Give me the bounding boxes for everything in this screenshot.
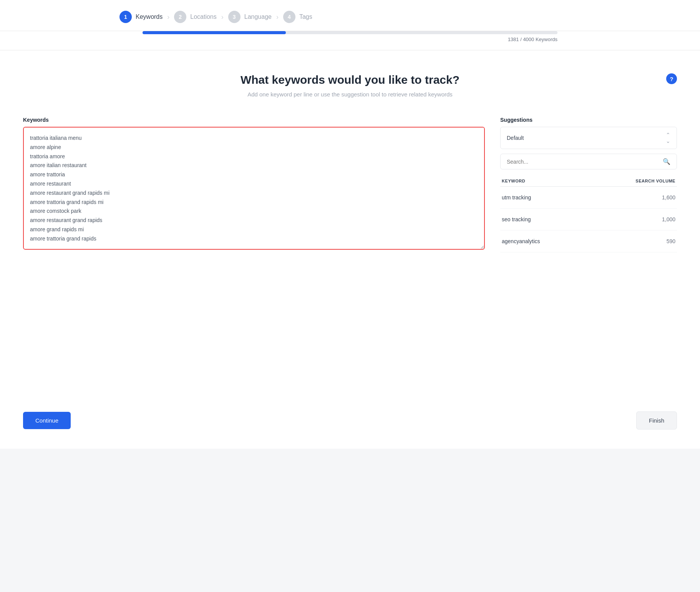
suggestion-keyword: seo tracking [500,209,587,230]
step-arrow-3: › [276,13,279,21]
main-content: ? What keywords would you like to track?… [0,50,700,396]
step-label-tags: Tags [299,13,312,20]
dropdown-value: Default [507,135,524,141]
search-input[interactable] [507,159,663,165]
step-label-keywords: Keywords [136,13,163,20]
suggestion-keyword: utm tracking [500,187,587,209]
stepper: 1 Keywords › 2 Locations › 3 Language › … [119,0,581,31]
footer-buttons: Continue Finish [0,396,700,449]
search-icon: 🔍 [663,158,670,165]
step-locations[interactable]: 2 Locations [174,11,217,23]
page-heading: What keywords would you like to track? [23,73,677,86]
two-column-layout: Keywords trattoria italiana menu amore a… [23,117,677,252]
step-label-language: Language [244,13,272,20]
page-subheading: Add one keyword per line or use the sugg… [23,91,677,98]
suggestions-table: KEYWORD SEARCH VOLUME utm tracking1,600s… [500,176,677,252]
step-label-locations: Locations [190,13,217,20]
suggestions-row[interactable]: agencyanalytics590 [500,230,677,252]
suggestions-dropdown[interactable]: Default ⌃⌄ [500,127,677,149]
col-volume-header: SEARCH VOLUME [587,176,677,187]
chevron-up-down-icon: ⌃⌄ [666,132,670,144]
step-number-tags: 4 [283,11,295,23]
keywords-label: Keywords [23,117,485,123]
help-icon[interactable]: ? [666,73,677,84]
suggestions-column: Suggestions Default ⌃⌄ 🔍 KEYWORD SEARCH … [500,117,677,252]
suggestion-volume: 1,600 [587,187,677,209]
step-keywords[interactable]: 1 Keywords [119,11,163,23]
suggestions-label: Suggestions [500,117,677,123]
suggestion-volume: 590 [587,230,677,252]
col-keyword-header: KEYWORD [500,176,587,187]
keywords-column: Keywords trattoria italiana menu amore a… [23,117,485,251]
step-number-locations: 2 [174,11,186,23]
progress-fill [143,31,286,34]
progress-label: 1381 / 4000 Keywords [143,36,557,42]
suggestion-keyword: agencyanalytics [500,230,587,252]
search-box: 🔍 [500,154,677,169]
step-arrow-1: › [167,13,169,21]
keywords-textarea[interactable]: trattoria italiana menu amore alpine tra… [23,127,485,250]
progress-area: 1381 / 4000 Keywords [0,31,700,50]
step-tags[interactable]: 4 Tags [283,11,312,23]
step-number-language: 3 [228,11,241,23]
continue-button[interactable]: Continue [23,412,71,429]
suggestions-row[interactable]: utm tracking1,600 [500,187,677,209]
suggestion-volume: 1,000 [587,209,677,230]
step-number-keywords: 1 [119,11,132,23]
step-arrow-2: › [221,13,224,21]
suggestions-row[interactable]: seo tracking1,000 [500,209,677,230]
step-language[interactable]: 3 Language [228,11,272,23]
progress-track [143,31,557,34]
finish-button[interactable]: Finish [636,411,677,429]
